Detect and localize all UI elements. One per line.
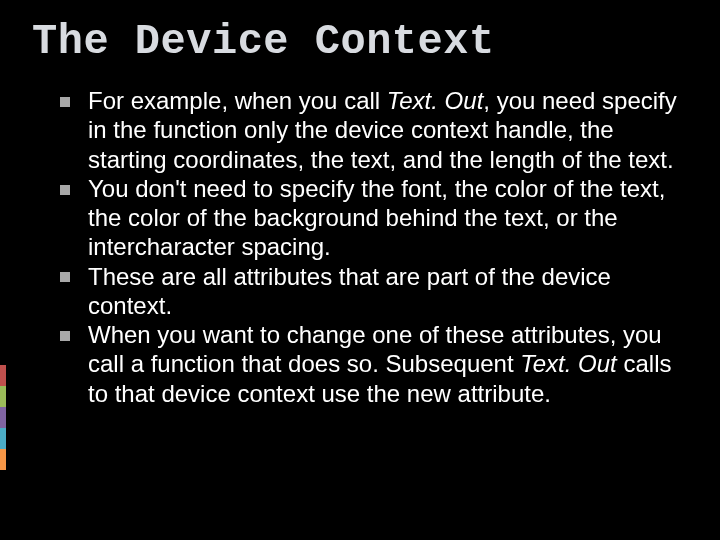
list-item: These are all attributes that are part o… <box>60 262 680 321</box>
list-item: You don't need to specify the font, the … <box>60 174 680 262</box>
slide-title: The Device Context <box>32 18 680 66</box>
accent-orange <box>0 449 6 470</box>
bullet-text-pre: For example, when you call <box>88 87 387 114</box>
bullet-text-em: Text. Out <box>387 87 484 114</box>
accent-purple <box>0 407 6 428</box>
bullet-list: For example, when you call Text. Out, yo… <box>60 86 680 408</box>
bullet-text-em: Text. Out <box>520 350 617 377</box>
slide: The Device Context For example, when you… <box>0 0 720 540</box>
bullet-text-pre: These are all attributes that are part o… <box>88 263 611 319</box>
bullet-text-pre: You don't need to specify the font, the … <box>88 175 665 261</box>
list-item: For example, when you call Text. Out, yo… <box>60 86 680 174</box>
accent-red <box>0 365 6 386</box>
slide-content: For example, when you call Text. Out, yo… <box>40 86 680 408</box>
list-item: When you want to change one of these att… <box>60 320 680 408</box>
accent-bar <box>0 365 6 470</box>
accent-teal <box>0 428 6 449</box>
accent-olive <box>0 386 6 407</box>
